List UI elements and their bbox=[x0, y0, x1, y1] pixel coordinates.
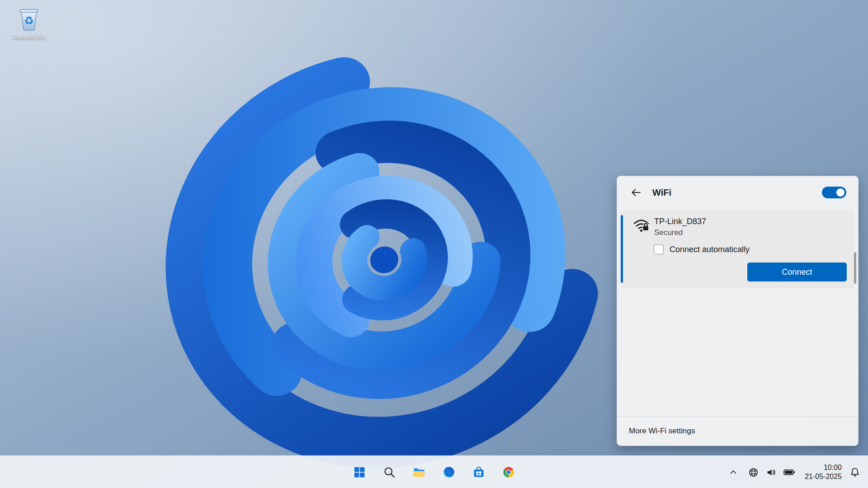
notifications-bell-icon bbox=[849, 466, 861, 478]
clock-date: 21-05-2025 bbox=[805, 472, 842, 481]
taskbar-system-tray: 10:00 21-05-2025 bbox=[726, 456, 863, 488]
microsoft-store-button[interactable] bbox=[469, 462, 489, 482]
clock-time: 10:00 bbox=[805, 463, 842, 472]
more-wifi-settings-link[interactable]: More Wi-Fi settings bbox=[629, 427, 695, 436]
chrome-button[interactable] bbox=[499, 462, 519, 482]
hidden-icons-chevron-button[interactable] bbox=[726, 465, 741, 479]
wifi-flyout-footer: More Wi-Fi settings bbox=[617, 416, 858, 446]
search-icon bbox=[383, 466, 396, 479]
file-explorer-icon bbox=[413, 466, 425, 479]
edge-icon bbox=[443, 466, 455, 479]
taskbar: 10:00 21-05-2025 bbox=[0, 455, 868, 488]
windows-start-icon bbox=[353, 466, 366, 479]
volume-icon bbox=[764, 465, 778, 480]
wifi-network-item[interactable]: TP-Link_D837 Secured Connect automatical… bbox=[621, 211, 854, 289]
svg-text:♻: ♻ bbox=[24, 14, 34, 27]
network-volume-battery-group[interactable] bbox=[746, 465, 797, 480]
network-security-status: Secured bbox=[654, 227, 706, 238]
wifi-toggle[interactable] bbox=[822, 187, 846, 198]
wifi-flyout-header: WiFi bbox=[617, 176, 858, 209]
chrome-icon bbox=[502, 466, 515, 479]
network-name: TP-Link_D837 bbox=[654, 216, 706, 227]
connect-automatically-row[interactable]: Connect automatically bbox=[654, 244, 847, 254]
search-button[interactable] bbox=[379, 462, 399, 482]
start-button[interactable] bbox=[349, 462, 369, 482]
connect-button[interactable]: Connect bbox=[747, 263, 847, 282]
wifi-toggle-knob bbox=[836, 188, 844, 197]
wifi-secured-icon bbox=[632, 217, 651, 234]
desktop: ♻ Recycle Bin WiFi bbox=[0, 0, 868, 488]
taskbar-center-icons bbox=[349, 456, 519, 488]
chevron-up-icon bbox=[728, 467, 739, 478]
microsoft-store-icon bbox=[472, 466, 485, 479]
battery-icon bbox=[781, 465, 797, 480]
recycle-bin[interactable]: ♻ Recycle Bin bbox=[6, 5, 52, 41]
edge-button[interactable] bbox=[439, 462, 459, 482]
selection-accent-bar bbox=[621, 215, 623, 283]
connect-automatically-checkbox[interactable] bbox=[654, 244, 664, 254]
flyout-scrollbar[interactable] bbox=[854, 252, 856, 284]
network-globe-icon bbox=[746, 465, 761, 480]
file-explorer-button[interactable] bbox=[409, 462, 429, 482]
wifi-flyout-title: WiFi bbox=[652, 188, 671, 198]
recycle-bin-icon: ♻ bbox=[16, 5, 42, 32]
connect-automatically-label: Connect automatically bbox=[670, 245, 750, 254]
wifi-flyout: WiFi bbox=[617, 176, 859, 446]
back-arrow-icon bbox=[631, 187, 642, 198]
recycle-bin-label: Recycle Bin bbox=[12, 33, 46, 41]
back-button[interactable] bbox=[629, 185, 643, 200]
notifications-button[interactable] bbox=[847, 465, 863, 480]
clock[interactable]: 10:00 21-05-2025 bbox=[805, 463, 842, 481]
lock-icon bbox=[642, 223, 649, 230]
